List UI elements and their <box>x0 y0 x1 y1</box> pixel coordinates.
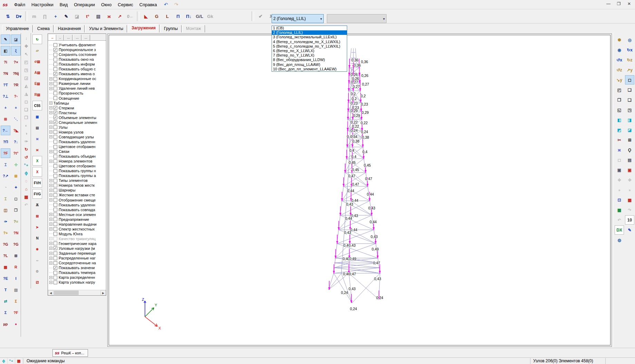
expand-icon[interactable]: + <box>49 223 52 226</box>
nodes-status-icon[interactable]: °∘ <box>8 358 15 364</box>
save-web-icon[interactable]: ◍ <box>615 235 624 245</box>
checkbox[interactable] <box>53 276 57 279</box>
tree-item-11[interactable]: Прозрачность <box>49 91 106 96</box>
tree-item-49[interactable]: +Карта распределенн <box>49 275 106 280</box>
settings-gear-icon[interactable]: ⚙ <box>32 266 42 276</box>
checkbox[interactable]: ✓ <box>53 48 57 52</box>
expand-icon[interactable]: + <box>49 247 52 250</box>
menu-item-сервис[interactable]: Сервис <box>115 1 136 9</box>
checkbox[interactable] <box>53 217 57 221</box>
tree-item-10[interactable]: +Удаление линий нев <box>49 86 106 91</box>
expand-icon[interactable]: + <box>49 87 52 90</box>
loadcase-option-4[interactable]: 4 (Ветер_с_гололедом_по_X_LLWXIL) <box>272 40 347 44</box>
checkbox[interactable] <box>53 96 57 100</box>
expand-icon[interactable]: + <box>49 276 52 279</box>
loadcase-option-5[interactable]: 5 (Ветер_с_гололедом_по_Y_LLWXIL) <box>272 44 347 49</box>
hand-disabled1-icon[interactable]: ✥ <box>615 175 624 185</box>
wind-y-icon[interactable]: ➤ <box>32 222 42 232</box>
sum-node-icon[interactable]: Σ <box>1 308 10 317</box>
ibeam-3d-icon[interactable]: ⌶ <box>1 194 10 204</box>
excel-green-icon[interactable]: X <box>32 156 42 166</box>
scroll-left-icon[interactable]: ◀ <box>48 290 53 295</box>
report-doc-icon[interactable]: ▤ <box>32 123 42 132</box>
rotate-cube3-icon[interactable]: ◲ <box>22 74 30 82</box>
tree-item-43[interactable]: +✓Узловые нагрузки (м <box>49 246 106 251</box>
mu-rho-icon[interactable]: µρ <box>1 319 10 329</box>
menu-item-файл[interactable]: Файл <box>11 1 28 9</box>
l-transfer-icon[interactable]: L <box>162 11 173 21</box>
expand-icon[interactable]: + <box>49 184 52 187</box>
checkbox[interactable]: ✓ <box>53 116 57 119</box>
diagonal-nodes-icon[interactable]: ⋱ <box>11 114 21 124</box>
checkbox[interactable] <box>53 58 57 61</box>
resize-panels-icon[interactable]: ⇔ <box>32 255 42 265</box>
tg-box-icon[interactable]: T <box>1 285 10 295</box>
transform-disabled-icon[interactable]: ◻ <box>615 155 624 165</box>
teal-arrows-icon[interactable]: ⇄ <box>1 296 10 306</box>
tree-item-2[interactable]: ✓Пропорциональное з <box>49 47 106 52</box>
tree-item-24[interactable]: Показывать объедин <box>49 154 106 159</box>
checkbox[interactable]: ✓ <box>53 120 57 124</box>
prism-left-icon[interactable]: ◭ <box>22 82 30 90</box>
diamonds-grid-icon[interactable]: ✦ <box>11 183 21 192</box>
checkbox[interactable] <box>53 203 57 207</box>
axes-colored-icon[interactable]: ⊞ <box>11 171 21 181</box>
red-table-icon[interactable]: ▦ <box>1 262 10 272</box>
expand-icon[interactable]: + <box>49 262 52 265</box>
checkbox[interactable] <box>53 261 57 265</box>
rigidity-info-icon[interactable]: ?R <box>11 80 21 90</box>
checkbox[interactable] <box>53 252 57 255</box>
apply-check-icon[interactable]: ✔ <box>255 11 266 21</box>
node-arrow-icon[interactable]: ?← <box>1 126 10 135</box>
undo-gray-icon[interactable]: ↶ <box>22 201 30 209</box>
redraw-pen-icon[interactable]: ✎ <box>625 225 634 235</box>
e-colored-icon[interactable]: ?E <box>1 274 10 283</box>
cube-cyan2-icon[interactable]: ◨ <box>625 115 634 125</box>
dx-export-icon[interactable]: DX <box>615 225 624 235</box>
cube-corner2-icon[interactable]: ◳ <box>625 105 634 115</box>
globe-icon[interactable]: ◉ <box>615 45 624 55</box>
tree-item-16[interactable]: ✓Объемные элементы <box>49 115 106 120</box>
rotate-z-icon[interactable]: ↻z <box>625 55 634 65</box>
tree-item-37[interactable]: +Преднапряжение <box>49 217 106 222</box>
cube-iso-icon[interactable]: ◪ <box>625 125 634 135</box>
spring-support-icon[interactable]: ξ <box>11 46 21 56</box>
area-bricks-icon[interactable]: A▤ <box>32 68 42 77</box>
rotate-cube1-icon[interactable]: ◰ <box>22 58 30 66</box>
tree-tab-3[interactable]: ... <box>64 35 72 40</box>
checkbox[interactable]: ✓ <box>53 246 57 250</box>
sphere-cut1-icon[interactable]: ◐ <box>22 122 30 129</box>
cube-back-icon[interactable]: ❐ <box>22 114 30 121</box>
expand-icon[interactable]: + <box>49 252 52 255</box>
pan-hand-icon[interactable]: ✥ <box>22 42 30 50</box>
checkbox[interactable] <box>53 227 57 231</box>
tree-item-50[interactable]: +Карта узловых нагру <box>49 280 106 285</box>
model-tab[interactable]: ss РешК – коп... <box>52 349 88 357</box>
eraser-icon[interactable]: ◪ <box>11 35 21 44</box>
table-grid-icon[interactable]: ▦ <box>32 112 42 121</box>
spin-top-icon[interactable]: ✺ <box>615 35 624 45</box>
fit-view-icon[interactable]: ⊡ <box>615 195 624 205</box>
checkbox[interactable] <box>53 159 57 163</box>
element-info-icon[interactable]: ?i <box>1 57 10 67</box>
loadcase-option-8[interactable]: 8 (Вес_оборудования_LLDW) <box>272 58 347 62</box>
tree-item-12[interactable]: Освещение <box>49 96 106 101</box>
tree-item-14[interactable]: +✓Стержни <box>49 106 106 110</box>
expand-icon[interactable]: + <box>49 242 52 245</box>
temperature-load-icon[interactable]: t° <box>82 11 93 21</box>
expand-icon[interactable]: + <box>49 179 52 182</box>
balance-scales-icon[interactable]: ⇅ <box>3 11 13 21</box>
loadcase-option-3[interactable]: 3 (Гололед_экстремальный_LLExIL) <box>272 35 347 39</box>
tree-item-4[interactable]: Показывать окно на <box>49 57 106 62</box>
droplet-g-icon[interactable]: ● <box>11 319 21 329</box>
tree-item-36[interactable]: +Местные оси элемен <box>49 212 106 217</box>
expand-icon[interactable]: + <box>49 237 52 240</box>
tab-управление[interactable]: Управление <box>2 25 33 32</box>
plate-number-icon[interactable]: ?N <box>11 228 21 238</box>
tab-группы[interactable]: Группы <box>160 25 182 32</box>
tree-item-48[interactable]: Показывать темпера <box>49 270 106 275</box>
rotate-z2-icon[interactable]: ↺z <box>615 65 624 75</box>
fvg-icon[interactable]: FVG <box>32 189 42 199</box>
checkbox[interactable] <box>53 237 57 240</box>
e-bricks-icon[interactable]: E▤ <box>32 79 42 88</box>
